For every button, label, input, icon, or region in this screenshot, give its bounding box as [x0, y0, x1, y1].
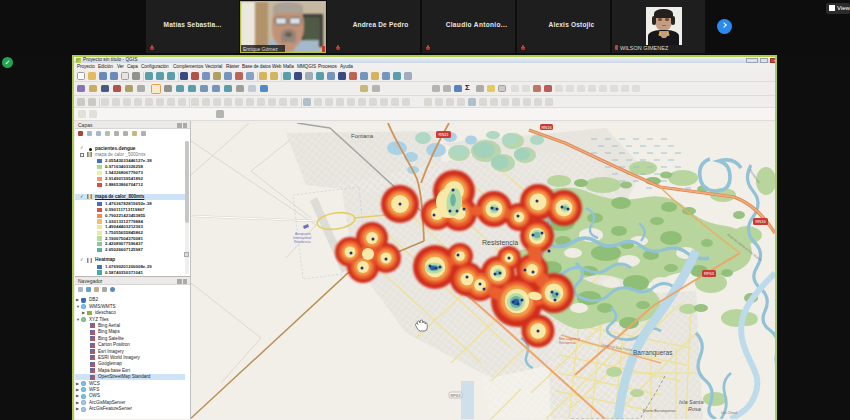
- svg-text:RN16: RN16: [541, 125, 552, 130]
- svg-text:Barranqueras: Barranqueras: [633, 349, 673, 357]
- svg-text:RP63: RP63: [450, 393, 461, 398]
- svg-text:Resistencia: Resistencia: [294, 240, 311, 244]
- svg-text:Isla Santa: Isla Santa: [679, 399, 703, 405]
- svg-text:Rosa: Rosa: [688, 406, 701, 412]
- svg-text:Resistencia: Resistencia: [482, 239, 518, 246]
- svg-text:Fontana: Fontana: [351, 133, 374, 139]
- svg-text:RN11: RN11: [439, 132, 450, 137]
- svg-text:RN16: RN16: [755, 219, 766, 224]
- svg-text:Isla Cheali: Isla Cheali: [721, 411, 738, 415]
- svg-text:RP63: RP63: [704, 271, 715, 276]
- svg-text:Resistencia: Resistencia: [559, 341, 576, 345]
- svg-text:Puerto Barranqueras: Puerto Barranqueras: [643, 409, 676, 413]
